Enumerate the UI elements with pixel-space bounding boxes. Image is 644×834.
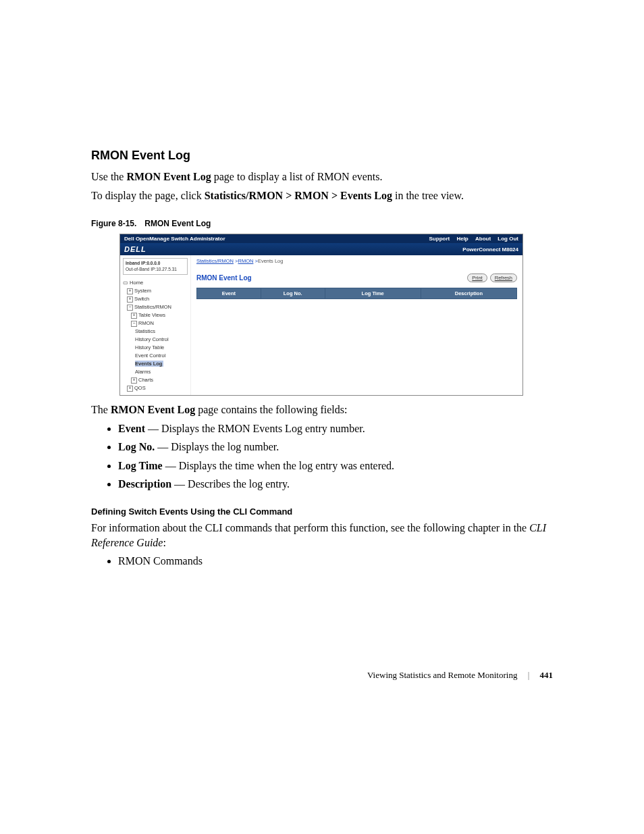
field-desc: — Displays the log number. <box>155 441 279 452</box>
tree-label: Statistics/RMON <box>134 304 171 310</box>
text: : <box>163 537 165 548</box>
fields-intro: The RMON Event Log page contains the fol… <box>91 402 553 417</box>
app-title: Dell OpenManage Switch Administrator <box>124 236 225 242</box>
tree-events-log[interactable]: Events Log <box>123 360 188 368</box>
text: page to display a list of RMON events. <box>211 171 383 182</box>
model-label: PowerConnect M8024 <box>462 246 518 253</box>
table-header-row: Event Log No. Log Time Description <box>197 288 517 299</box>
list-item: Event — Displays the RMON Events Log ent… <box>118 421 553 436</box>
tree-statistics-item[interactable]: Statistics <box>123 328 188 336</box>
tree-label: Table Views <box>138 312 165 318</box>
tree-system[interactable]: +System <box>123 287 188 295</box>
text: page contains the following fields: <box>195 404 347 415</box>
tree-selected-label: Events Log <box>135 361 163 367</box>
cli-list: RMON Commands <box>91 554 553 569</box>
banner: DELL PowerConnect M8024 <box>120 243 522 255</box>
text-bold: Statistics/RMON > RMON > Events Log <box>205 190 392 201</box>
expand-icon[interactable]: + <box>127 288 133 294</box>
nav-tree: ▭ Home +System +Switch −Statistics/RMON … <box>123 279 188 392</box>
app-main: Inband IP:0.0.0.0 Out-of-Band IP:10.27.5… <box>120 255 522 395</box>
field-name: Event <box>118 423 145 434</box>
dell-logo: DELL <box>124 245 146 253</box>
tree-alarms[interactable]: Alarms <box>123 368 188 376</box>
list-item: RMON Commands <box>118 554 553 569</box>
tree-history-table[interactable]: History Table <box>123 344 188 352</box>
list-item: Log No. — Displays the log number. <box>118 440 553 454</box>
tree-label: RMON <box>138 320 154 326</box>
col-event: Event <box>197 288 261 299</box>
tree-rmon[interactable]: −RMON <box>123 319 188 328</box>
text-bold: RMON Event Log <box>126 171 211 182</box>
figure-title: RMON Event Log <box>144 219 211 228</box>
tree-label: System <box>134 288 151 294</box>
text-bold: RMON Event Log <box>111 404 195 415</box>
tree-event-control[interactable]: Event Control <box>123 352 188 360</box>
tree-home[interactable]: ▭ Home <box>123 279 188 287</box>
tree-qos[interactable]: +QOS <box>123 384 188 392</box>
expand-icon[interactable]: + <box>131 377 137 384</box>
tree-charts[interactable]: +Charts <box>123 376 188 384</box>
col-log-time: Log Time <box>325 288 421 299</box>
text: The <box>91 404 111 415</box>
logout-link[interactable]: Log Out <box>498 236 518 242</box>
expand-icon[interactable]: + <box>127 386 133 392</box>
field-name: Log Time <box>118 460 163 471</box>
app-titlebar: Dell OpenManage Switch Administrator Sup… <box>120 234 522 243</box>
tree-history-control[interactable]: History Control <box>123 336 188 344</box>
tree-label: Home <box>130 280 143 286</box>
separator: | <box>528 670 530 680</box>
intro-paragraph-2: To display the page, click Statistics/RM… <box>91 188 553 203</box>
cli-intro: For information about the CLI commands t… <box>91 521 553 550</box>
content-header: RMON Event Log Print Refresh <box>196 273 517 282</box>
home-icon: ▭ <box>123 280 128 286</box>
page-footer: Viewing Statistics and Remote Monitoring… <box>91 670 553 681</box>
tree-switch[interactable]: +Switch <box>123 295 188 303</box>
field-desc: — Displays the RMON Events Log entry num… <box>145 423 365 434</box>
expand-icon[interactable]: + <box>127 296 133 303</box>
collapse-icon[interactable]: − <box>127 305 133 311</box>
outofband-ip: Out-of-Band IP:10.27.5.31 <box>126 267 185 272</box>
sidebar: Inband IP:0.0.0.0 Out-of-Band IP:10.27.5… <box>120 255 191 395</box>
breadcrumb-current: Events Log <box>258 258 284 264</box>
breadcrumb: Statistics/RMON >RMON >Events Log <box>196 258 517 264</box>
refresh-button[interactable]: Refresh <box>490 273 517 282</box>
about-link[interactable]: About <box>475 236 491 242</box>
support-link[interactable]: Support <box>429 236 450 242</box>
list-item: Log Time — Displays the time when the lo… <box>118 459 553 473</box>
page-title: RMON Event Log <box>196 274 252 282</box>
expand-icon[interactable]: + <box>131 313 137 319</box>
section-title: RMON Event Log <box>91 149 553 163</box>
tree-table-views[interactable]: +Table Views <box>123 311 188 319</box>
document-page: RMON Event Log Use the RMON Event Log pa… <box>0 0 644 735</box>
help-link[interactable]: Help <box>456 236 468 242</box>
subheading: Defining Switch Events Using the CLI Com… <box>91 506 553 517</box>
tree-label: Charts <box>138 377 153 383</box>
field-name: Log No. <box>118 441 155 452</box>
field-desc: — Describes the log entry. <box>171 478 290 490</box>
col-description: Description <box>421 288 516 299</box>
text: Use the <box>91 171 126 182</box>
breadcrumb-link-2[interactable]: RMON <box>238 258 253 264</box>
event-log-table: Event Log No. Log Time Description <box>196 288 517 299</box>
text: To display the page, click <box>91 190 205 201</box>
field-desc: — Displays the time when the log entry w… <box>163 460 394 471</box>
ip-info-box: Inband IP:0.0.0.0 Out-of-Band IP:10.27.5… <box>123 258 188 275</box>
fields-list: Event — Displays the RMON Events Log ent… <box>91 421 553 492</box>
intro-paragraph-1: Use the RMON Event Log page to display a… <box>91 170 553 184</box>
tree-label: QOS <box>134 385 146 391</box>
list-item: Description — Describes the log entry. <box>118 477 553 492</box>
page-number: 441 <box>540 670 554 680</box>
screenshot-figure: Dell OpenManage Switch Administrator Sup… <box>119 234 523 396</box>
header-links: Support Help About Log Out <box>424 236 518 242</box>
tree-statistics-rmon[interactable]: −Statistics/RMON <box>123 303 188 311</box>
field-name: Description <box>118 478 171 490</box>
col-log-no: Log No. <box>261 288 325 299</box>
figure-caption: Figure 8-15.RMON Event Log <box>91 219 553 228</box>
collapse-icon[interactable]: − <box>131 321 137 327</box>
breadcrumb-link-1[interactable]: Statistics/RMON <box>196 258 234 264</box>
inband-ip: Inband IP:0.0.0.0 <box>126 261 185 266</box>
action-buttons: Print Refresh <box>467 273 517 282</box>
text: in the tree view. <box>392 190 464 201</box>
print-button[interactable]: Print <box>467 273 487 282</box>
content-area: Statistics/RMON >RMON >Events Log RMON E… <box>191 255 522 395</box>
